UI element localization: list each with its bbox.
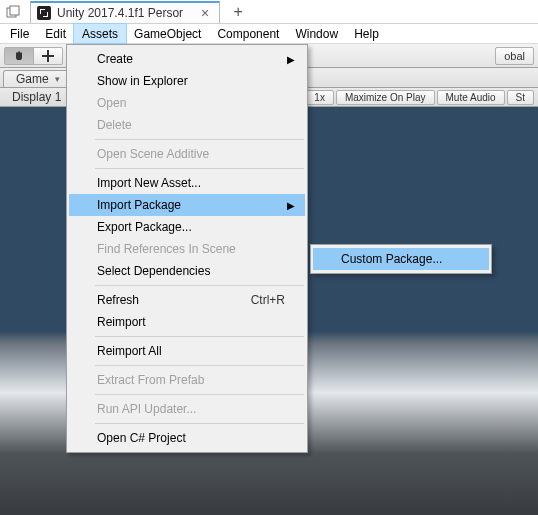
mute-audio-button[interactable]: Mute Audio <box>437 90 505 105</box>
menu-separator <box>95 336 304 337</box>
move-icon <box>42 50 54 62</box>
stats-button[interactable]: St <box>507 90 534 105</box>
menu-separator <box>95 139 304 140</box>
menu-import-package-label: Import Package <box>97 198 181 212</box>
window-stack-icon <box>6 5 20 19</box>
svg-rect-1 <box>10 6 19 15</box>
menu-component[interactable]: Component <box>209 24 287 43</box>
display-selector[interactable]: Display 1 <box>4 90 69 105</box>
assets-dropdown: Create ▶ Show in Explorer Open Delete Op… <box>66 44 308 453</box>
menu-create[interactable]: Create ▶ <box>69 48 305 70</box>
menu-reimport-all[interactable]: Reimport All <box>69 340 305 362</box>
document-tab[interactable]: Unity 2017.4.1f1 Persor × <box>30 1 220 23</box>
game-tab-label: Game <box>16 72 49 86</box>
menu-separator <box>95 168 304 169</box>
menu-refresh-label: Refresh <box>97 293 139 307</box>
menu-open[interactable]: Open <box>69 92 305 114</box>
chevron-right-icon: ▶ <box>287 54 295 65</box>
game-tab[interactable]: Game ▾ <box>3 70 73 87</box>
hand-icon <box>13 50 25 62</box>
menu-extract-from-prefab[interactable]: Extract From Prefab <box>69 369 305 391</box>
menu-select-dependencies[interactable]: Select Dependencies <box>69 260 305 282</box>
move-tool-button[interactable] <box>33 47 63 65</box>
unity-icon <box>37 6 51 20</box>
toolbar-right-chip[interactable]: obal <box>495 47 534 65</box>
menu-file[interactable]: File <box>2 24 37 43</box>
menu-refresh[interactable]: Refresh Ctrl+R <box>69 289 305 311</box>
menu-assets[interactable]: Assets <box>74 24 126 43</box>
menu-import-new-asset[interactable]: Import New Asset... <box>69 172 305 194</box>
menu-export-package[interactable]: Export Package... <box>69 216 305 238</box>
menu-create-label: Create <box>97 52 133 66</box>
menu-run-api-updater[interactable]: Run API Updater... <box>69 398 305 420</box>
menu-reimport[interactable]: Reimport <box>69 311 305 333</box>
display-label: Display 1 <box>12 90 61 104</box>
menu-show-in-explorer[interactable]: Show in Explorer <box>69 70 305 92</box>
caret-icon: ▾ <box>55 74 60 84</box>
menu-delete[interactable]: Delete <box>69 114 305 136</box>
menu-separator <box>95 285 304 286</box>
tab-title: Unity 2017.4.1f1 Persor <box>57 6 183 20</box>
chevron-right-icon: ▶ <box>287 200 295 211</box>
menu-open-csharp-project[interactable]: Open C# Project <box>69 427 305 449</box>
hand-tool-button[interactable] <box>4 47 34 65</box>
close-icon[interactable]: × <box>201 6 209 20</box>
menubar: File Edit Assets GameObject Component Wi… <box>0 24 538 44</box>
menu-gameobject[interactable]: GameObject <box>126 24 209 43</box>
menu-window[interactable]: Window <box>287 24 346 43</box>
menu-separator <box>95 394 304 395</box>
menu-open-scene-additive[interactable]: Open Scene Additive <box>69 143 305 165</box>
menu-separator <box>95 423 304 424</box>
titlebar: Unity 2017.4.1f1 Persor × + <box>0 0 538 24</box>
menu-find-references[interactable]: Find References In Scene <box>69 238 305 260</box>
scale-label[interactable]: 1x <box>305 90 334 105</box>
import-package-submenu: Custom Package... <box>310 244 492 274</box>
new-tab-button[interactable]: + <box>224 2 252 22</box>
menu-import-package[interactable]: Import Package ▶ <box>69 194 305 216</box>
menu-custom-package[interactable]: Custom Package... <box>313 248 489 270</box>
menu-edit[interactable]: Edit <box>37 24 74 43</box>
menu-help[interactable]: Help <box>346 24 387 43</box>
menu-refresh-shortcut: Ctrl+R <box>251 293 285 307</box>
menu-separator <box>95 365 304 366</box>
maximize-on-play-button[interactable]: Maximize On Play <box>336 90 435 105</box>
